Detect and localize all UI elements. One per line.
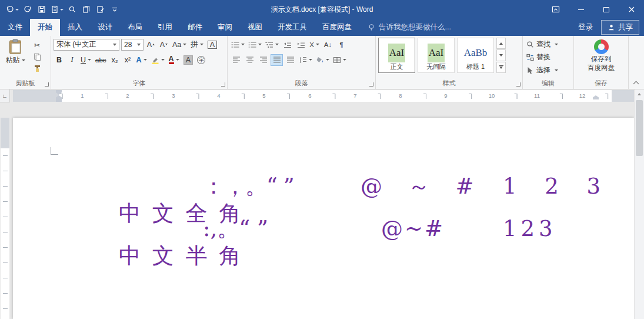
tab-developer[interactable]: 开发工具 bbox=[270, 19, 315, 36]
new-window-button[interactable] bbox=[80, 2, 93, 16]
phonetic-guide-button[interactable]: 拼 bbox=[189, 39, 205, 51]
enclose-characters-button[interactable]: 字 bbox=[196, 54, 207, 66]
group-styles: AaI 正文 AaI 无间隔 AaBb 标题 1 样式 bbox=[376, 36, 523, 89]
font-size-select[interactable]: 28 bbox=[121, 39, 144, 51]
save-to-baidu-button[interactable]: 保存到 百度网盘 bbox=[576, 38, 626, 72]
vertical-ruler-text-area bbox=[1, 148, 9, 319]
decrease-indent-button[interactable] bbox=[281, 39, 293, 51]
multilevel-list-button[interactable] bbox=[264, 39, 280, 51]
underline-button[interactable]: U bbox=[79, 54, 92, 66]
distribute-button[interactable] bbox=[284, 54, 296, 66]
justify-button[interactable] bbox=[271, 54, 283, 66]
align-left-button[interactable] bbox=[230, 54, 242, 66]
customize-qat-button[interactable] bbox=[108, 2, 121, 16]
text-run: ：，。“ ” bbox=[203, 173, 294, 200]
font-dialog-launcher[interactable] bbox=[221, 82, 225, 87]
tab-baidu-pan[interactable]: 百度网盘 bbox=[315, 19, 359, 36]
subscript-button[interactable]: x₂ bbox=[109, 54, 121, 66]
vertical-ruler[interactable] bbox=[0, 102, 10, 319]
tell-me-box[interactable]: 告诉我您想要做什么... bbox=[368, 19, 451, 36]
edit-document-button[interactable] bbox=[94, 2, 107, 16]
tab-file[interactable]: 文件 bbox=[0, 19, 30, 36]
styles-scroll-up-button[interactable] bbox=[496, 38, 506, 49]
superscript-button[interactable]: x² bbox=[122, 54, 134, 66]
numbering-button[interactable] bbox=[247, 39, 263, 51]
tab-design[interactable]: 设计 bbox=[90, 19, 120, 36]
font-color-button[interactable]: A bbox=[168, 54, 181, 66]
save-button[interactable] bbox=[35, 2, 48, 16]
find-button[interactable]: 查找 bbox=[525, 38, 571, 51]
align-right-button[interactable] bbox=[257, 54, 269, 66]
clipboard-dialog-launcher[interactable] bbox=[45, 82, 49, 87]
left-indent-marker[interactable] bbox=[56, 99, 62, 102]
document-page[interactable]: 中 文 全 角 ：，。“ ” @ ～ # 1 2 3 中 文 半 角 :,。“ … bbox=[13, 118, 634, 319]
copy-button[interactable] bbox=[30, 51, 44, 62]
collapse-ribbon-button[interactable] bbox=[631, 79, 640, 87]
find-button[interactable] bbox=[66, 2, 79, 16]
borders-button[interactable] bbox=[332, 54, 348, 66]
grow-font-button[interactable]: A bbox=[145, 39, 156, 51]
tab-references[interactable]: 引用 bbox=[150, 19, 180, 36]
document-line-fullwidth[interactable]: 中 文 全 角 ：，。“ ” @ ～ # 1 2 3 bbox=[64, 173, 243, 201]
minimize-button[interactable] bbox=[568, 0, 593, 19]
styles-scroll-down-button[interactable] bbox=[496, 49, 506, 61]
tab-home[interactable]: 开始 bbox=[30, 19, 60, 36]
ruler-number: 11 bbox=[534, 92, 540, 99]
cut-button[interactable]: ✂ bbox=[30, 39, 44, 51]
character-border-button[interactable]: A bbox=[206, 39, 218, 51]
close-button[interactable] bbox=[619, 0, 644, 19]
style-card-no-spacing[interactable]: AaI 无间隔 bbox=[418, 38, 455, 73]
maximize-button[interactable] bbox=[593, 0, 619, 19]
tab-stop-selector[interactable]: ∟ bbox=[0, 89, 10, 102]
scrollbar-thumb[interactable] bbox=[636, 100, 643, 156]
share-label: 共享 bbox=[618, 22, 633, 32]
redo-button[interactable] bbox=[21, 2, 34, 16]
sort-button[interactable]: A↓ bbox=[322, 39, 334, 51]
quick-print-button[interactable] bbox=[49, 2, 65, 16]
text-effects-button[interactable]: A bbox=[135, 54, 148, 66]
line-spacing-button[interactable] bbox=[298, 54, 313, 66]
increase-indent-button[interactable] bbox=[295, 39, 307, 51]
horizontal-ruler[interactable]: 1 2 3 4 5 6 7 8 9 10 11 12 bbox=[10, 90, 634, 102]
style-card-heading1[interactable]: AaBb 标题 1 bbox=[457, 38, 494, 73]
ribbon-display-options-button[interactable] bbox=[543, 0, 568, 19]
paste-button[interactable]: 粘贴 bbox=[2, 38, 28, 79]
share-button[interactable]: 共享 bbox=[601, 20, 639, 35]
change-case-button[interactable]: Aa bbox=[171, 39, 188, 51]
tab-mailings[interactable]: 邮件 bbox=[180, 19, 210, 36]
lightbulb-icon bbox=[368, 24, 375, 31]
format-painter-button[interactable] bbox=[30, 63, 44, 74]
style-card-normal[interactable]: AaI 正文 bbox=[378, 38, 415, 73]
tab-view[interactable]: 视图 bbox=[240, 19, 270, 36]
paragraph-dialog-launcher[interactable] bbox=[369, 82, 373, 87]
scroll-up-button[interactable] bbox=[635, 89, 644, 99]
document-line-halfwidth[interactable]: 中 文 半 角 :,。“ ” @~# 123 bbox=[64, 215, 243, 244]
replace-button[interactable]: 替换 bbox=[525, 51, 571, 64]
sign-in-link[interactable]: 登录 bbox=[570, 19, 601, 36]
group-clipboard: 粘贴 ✂ 剪贴板 bbox=[0, 36, 51, 89]
strikethrough-button[interactable]: abc bbox=[94, 54, 108, 66]
styles-more-button[interactable] bbox=[496, 62, 506, 73]
tab-insert[interactable]: 插入 bbox=[60, 19, 90, 36]
undo-button[interactable] bbox=[5, 2, 20, 16]
styles-dialog-launcher[interactable] bbox=[516, 82, 520, 87]
ruler-number: 1 bbox=[81, 92, 84, 99]
show-hide-marks-button[interactable]: ¶ bbox=[335, 39, 348, 51]
document-workspace: ∟ 1 2 3 4 5 6 7 8 9 10 11 12 bbox=[0, 89, 644, 319]
bold-button[interactable]: B bbox=[54, 54, 65, 66]
paste-label: 粘贴 bbox=[6, 55, 25, 65]
select-button[interactable]: 选择 bbox=[525, 64, 571, 77]
italic-button[interactable]: I bbox=[66, 54, 78, 66]
character-shading-button[interactable]: A bbox=[182, 54, 194, 66]
bullets-button[interactable] bbox=[230, 39, 246, 51]
tell-me-label: 告诉我您想要做什么... bbox=[379, 22, 451, 32]
shading-button[interactable] bbox=[315, 54, 331, 66]
shrink-font-button[interactable]: A bbox=[158, 39, 169, 51]
tab-review[interactable]: 审阅 bbox=[210, 19, 240, 36]
vertical-scrollbar[interactable] bbox=[634, 89, 644, 319]
asian-layout-button[interactable]: X bbox=[308, 39, 321, 51]
align-center-button[interactable] bbox=[243, 54, 256, 66]
highlight-color-button[interactable] bbox=[150, 54, 166, 66]
tab-layout[interactable]: 布局 bbox=[120, 19, 150, 36]
font-name-select[interactable]: 宋体 (中文正 bbox=[54, 39, 119, 51]
